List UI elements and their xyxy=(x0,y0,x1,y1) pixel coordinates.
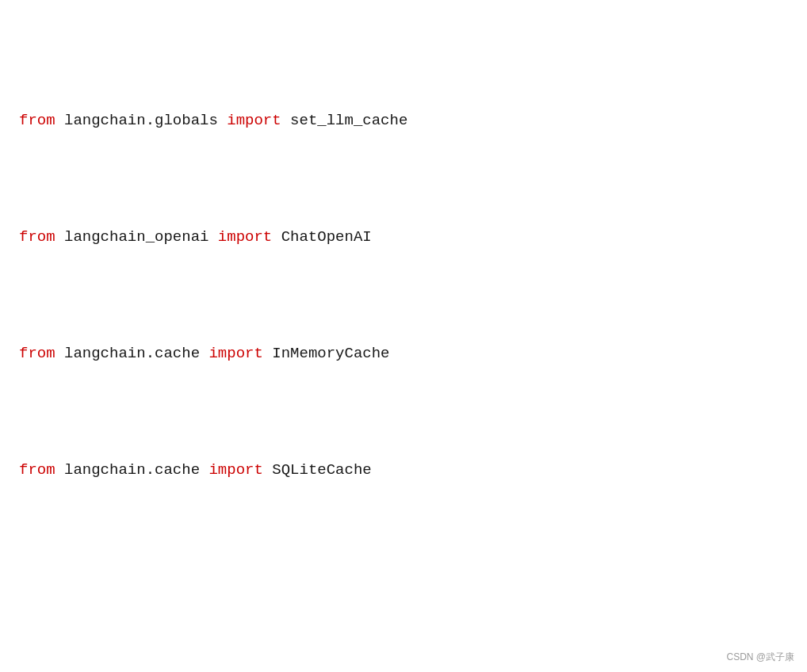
keyword-from-4: from xyxy=(19,461,55,479)
keyword-from-1: from xyxy=(19,112,55,129)
keyword-from-3: from xyxy=(19,345,55,362)
code-text: langchain.globals xyxy=(55,112,228,129)
code-text: SQLiteCache xyxy=(263,461,372,479)
keyword-import-4: import xyxy=(208,461,262,479)
code-text: langchain.cache xyxy=(55,461,209,479)
code-text: InMemoryCache xyxy=(263,345,390,362)
code-line-3: from langchain.cache import InMemoryCach… xyxy=(19,342,788,365)
code-text: langchain_openai xyxy=(55,228,218,246)
keyword-from-2: from xyxy=(19,228,55,246)
code-line-2: from langchain_openai import ChatOpenAI xyxy=(19,226,788,249)
code-block: from langchain.globals import set_llm_ca… xyxy=(19,16,788,672)
code-text: set_llm_cache xyxy=(281,112,408,129)
keyword-import-3: import xyxy=(208,345,262,362)
code-line-1: from langchain.globals import set_llm_ca… xyxy=(19,109,788,132)
code-line-6 xyxy=(19,646,788,669)
watermark: CSDN @武子康 xyxy=(726,651,794,664)
code-container: from langchain.globals import set_llm_ca… xyxy=(0,0,807,672)
code-line-4: from langchain.cache import SQLiteCache xyxy=(19,459,788,482)
keyword-import-2: import xyxy=(218,228,272,246)
code-text: langchain.cache xyxy=(55,345,209,362)
code-line-5 xyxy=(19,576,788,599)
keyword-import-1: import xyxy=(227,112,281,129)
code-text: ChatOpenAI xyxy=(272,228,371,246)
